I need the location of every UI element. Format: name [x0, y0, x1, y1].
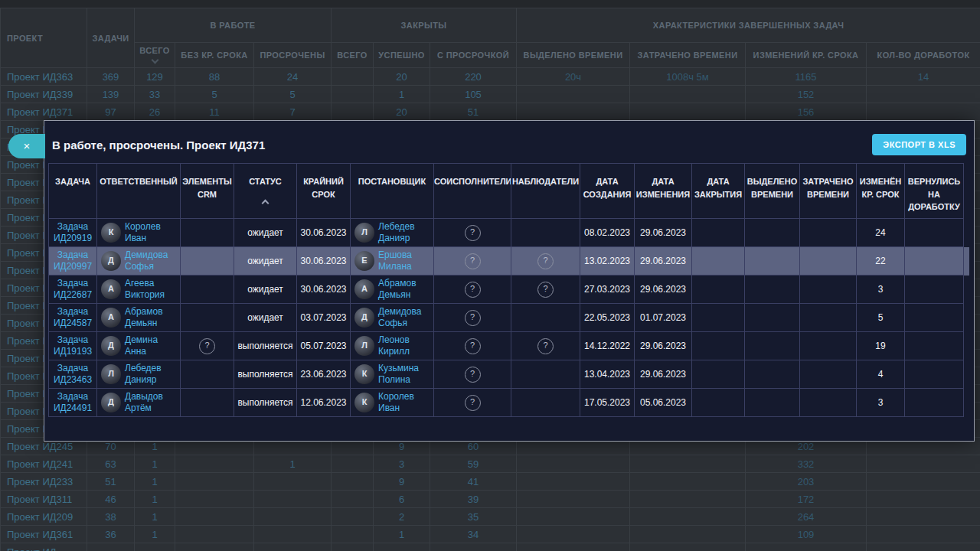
- task-column-header-5[interactable]: ПОСТАНОВЩИК: [351, 164, 434, 219]
- task-link[interactable]: Задача ИД20919: [54, 221, 92, 243]
- project-name-cell[interactable]: Проект ИД339: [1, 86, 87, 103]
- responsible-link[interactable]: Давыдов Артём: [125, 391, 178, 414]
- metric-cell[interactable]: 39: [430, 491, 517, 508]
- task-column-header-6[interactable]: СОИСПОЛНИТЕЛИ: [434, 164, 511, 219]
- metric-cell[interactable]: 109: [746, 526, 867, 543]
- question-badge[interactable]: ?: [465, 338, 481, 354]
- question-badge[interactable]: ?: [465, 310, 481, 326]
- metric-cell[interactable]: 3: [374, 455, 430, 473]
- task-link[interactable]: Задача ИД22687: [54, 278, 92, 300]
- column-header-3[interactable]: ВСЕГО: [332, 43, 374, 68]
- column-header-5[interactable]: С ПРОСРОЧКОЙ: [430, 43, 517, 68]
- project-name-cell[interactable]: Проект ИД233: [1, 473, 87, 491]
- metric-cell[interactable]: 264: [746, 508, 867, 526]
- metric-cell[interactable]: 1: [254, 455, 332, 473]
- metric-cell[interactable]: 220: [430, 68, 517, 86]
- metric-cell[interactable]: 369: [87, 68, 135, 86]
- metric-cell[interactable]: 34: [430, 526, 517, 543]
- metric-cell[interactable]: 1: [135, 508, 175, 526]
- question-badge[interactable]: ?: [465, 395, 481, 411]
- metric-cell[interactable]: 59: [430, 455, 517, 473]
- close-button[interactable]: ×: [8, 134, 45, 158]
- task-column-header-2[interactable]: ЭЛЕМЕНТЫ CRM: [181, 164, 234, 219]
- task-column-header-7[interactable]: НАБЛЮДАТЕЛИ: [511, 164, 580, 219]
- task-column-header-9[interactable]: ДАТА ИЗМЕНЕНИЯ: [635, 164, 692, 219]
- metric-cell[interactable]: 1: [374, 86, 430, 103]
- column-header-0[interactable]: ВСЕГО: [135, 43, 175, 68]
- responsible-link[interactable]: Агеева Виктория: [125, 278, 178, 301]
- task-link[interactable]: Задача ИД23463: [54, 363, 92, 385]
- metric-cell[interactable]: 24: [254, 68, 332, 86]
- metric-cell[interactable]: 20: [374, 68, 430, 86]
- metric-cell[interactable]: 129: [135, 68, 175, 86]
- task-column-header-0[interactable]: ЗАДАЧА: [49, 164, 97, 219]
- metric-cell[interactable]: 156: [746, 103, 867, 121]
- question-badge[interactable]: ?: [465, 367, 481, 383]
- metric-cell[interactable]: 6: [374, 491, 430, 508]
- task-row[interactable]: Задача ИД22687ААгеева Викторияожидает30.…: [49, 276, 969, 304]
- responsible-link[interactable]: Королев Иван: [125, 221, 178, 244]
- project-name-cell[interactable]: Проект ИД209: [1, 508, 87, 526]
- metric-cell[interactable]: 152: [746, 86, 867, 103]
- author-link[interactable]: Демидова Софья: [378, 306, 432, 329]
- metric-cell[interactable]: 332: [746, 455, 867, 473]
- metric-cell[interactable]: 51: [430, 103, 517, 121]
- metric-cell[interactable]: 7: [254, 103, 332, 121]
- task-column-header-1[interactable]: ОТВЕТСТВЕННЫЙ: [97, 164, 181, 219]
- column-header-tasks[interactable]: ЗАДАЧИ: [87, 8, 135, 68]
- metric-cell[interactable]: 203: [746, 473, 867, 491]
- column-header-7[interactable]: ЗАТРАЧЕНО ВРЕМЕНИ: [630, 43, 746, 68]
- task-link[interactable]: Задача ИД24491: [54, 391, 92, 413]
- metric-cell[interactable]: 20ч: [517, 68, 630, 86]
- question-badge[interactable]: ?: [537, 282, 554, 298]
- metric-cell[interactable]: 5: [254, 86, 332, 103]
- metric-cell[interactable]: 51: [87, 473, 135, 491]
- metric-cell[interactable]: 5: [175, 86, 254, 103]
- question-badge[interactable]: ?: [199, 338, 215, 354]
- task-link[interactable]: Задача ИД24587: [54, 306, 92, 328]
- metric-cell[interactable]: 33: [135, 86, 175, 103]
- task-column-header-14[interactable]: ВЕРНУЛИСЬ НА ДОРАБОТКУ: [905, 164, 964, 219]
- column-header-6[interactable]: ВЫДЕЛЕНО ВРЕМЕНИ: [517, 43, 630, 68]
- project-name-cell[interactable]: Проект ИД311: [1, 491, 87, 508]
- author-link[interactable]: Королев Иван: [378, 391, 432, 414]
- author-link[interactable]: Ершова Милана: [378, 249, 432, 272]
- metric-cell[interactable]: 97: [87, 103, 135, 121]
- metric-cell[interactable]: 1: [135, 455, 175, 473]
- question-badge[interactable]: ?: [465, 282, 481, 298]
- column-header-4[interactable]: УСПЕШНО: [374, 43, 430, 68]
- column-header-9[interactable]: КОЛ-ВО ДОРАБОТОК: [867, 43, 980, 68]
- project-name-cell[interactable]: Проект ИД371: [1, 103, 87, 121]
- metric-cell[interactable]: 88: [175, 68, 254, 86]
- responsible-link[interactable]: Лебедев Данияр: [125, 363, 178, 386]
- column-header-8[interactable]: ИЗМЕНЕНИЙ КР. СРОКА: [746, 43, 867, 68]
- metric-cell[interactable]: 1: [135, 526, 175, 543]
- metric-cell[interactable]: 35: [430, 508, 517, 526]
- task-row[interactable]: Задача ИД19193ДДемина Анна?выполняется05…: [49, 332, 969, 360]
- metric-cell[interactable]: 63: [87, 455, 135, 473]
- task-row[interactable]: Задача ИД24587ААбрамов Демьяножидает03.0…: [49, 304, 969, 332]
- task-column-header-13[interactable]: ИЗМЕНЁН КР. СРОК: [857, 164, 905, 219]
- task-column-header-4[interactable]: КРАЙНИЙ СРОК: [297, 164, 351, 219]
- responsible-link[interactable]: Демидова Софья: [125, 249, 178, 272]
- question-badge[interactable]: ?: [537, 253, 554, 269]
- metric-cell[interactable]: 36: [87, 526, 135, 543]
- project-name-cell[interactable]: Проект ИД363: [1, 68, 87, 86]
- metric-cell[interactable]: 11: [175, 103, 254, 121]
- responsible-link[interactable]: Демина Анна: [125, 334, 178, 357]
- metric-cell[interactable]: 1: [374, 526, 430, 543]
- metric-cell[interactable]: 26: [135, 103, 175, 121]
- task-row[interactable]: Задача ИД23463ЛЛебедев Даниярвыполняется…: [49, 360, 969, 389]
- responsible-link[interactable]: Абрамов Демьян: [125, 306, 178, 329]
- metric-cell[interactable]: 139: [87, 86, 135, 103]
- metric-cell[interactable]: 41: [430, 473, 517, 491]
- metric-cell[interactable]: 1: [135, 473, 175, 491]
- author-link[interactable]: Абрамов Демьян: [378, 278, 432, 301]
- task-column-header-3[interactable]: СТАТУС: [234, 164, 297, 219]
- column-header-1[interactable]: БЕЗ КР. СРОКА: [175, 43, 254, 68]
- metric-cell[interactable]: 46: [87, 491, 135, 508]
- task-link[interactable]: Задача ИД20997: [54, 249, 92, 272]
- project-name-cell[interactable]: Проект ИД: [1, 543, 87, 551]
- export-xls-button[interactable]: ЭКСПОРТ В XLS: [872, 134, 966, 155]
- task-row[interactable]: Задача ИД24491ДДавыдов Артёмвыполняется1…: [49, 389, 969, 417]
